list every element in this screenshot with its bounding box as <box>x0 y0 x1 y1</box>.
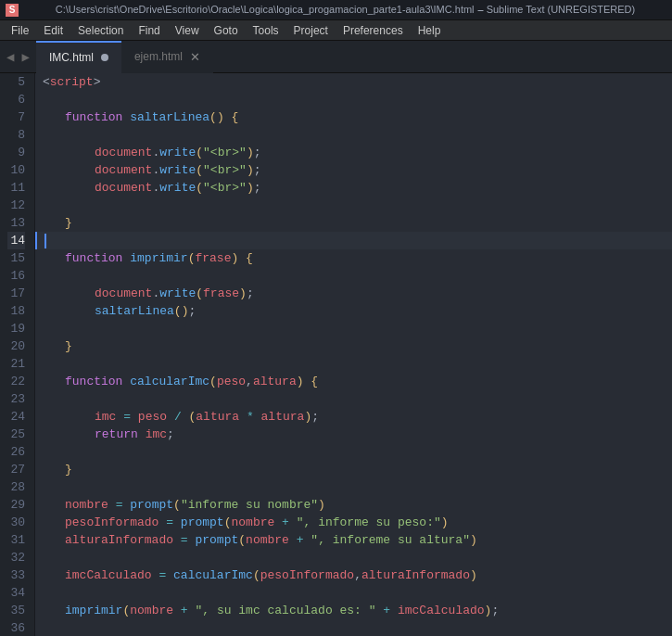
ln-21: 21 <box>7 355 25 373</box>
menu-find[interactable]: Find <box>131 22 167 39</box>
ln-24: 24 <box>7 408 25 426</box>
code-line-5: <script> <box>35 73 672 91</box>
ln-16: 16 <box>7 267 25 285</box>
menu-tools[interactable]: Tools <box>246 22 286 39</box>
app-icon: S <box>6 4 19 17</box>
code-line-8 <box>35 126 672 144</box>
ln-30: 30 <box>7 514 25 531</box>
editor: 5 6 7 8 9 10 11 12 13 14 15 16 17 18 19 … <box>0 73 672 636</box>
code-line-15: function imprimir(frase) { <box>35 249 672 267</box>
code-line-28 <box>35 478 672 496</box>
code-line-16 <box>35 267 672 285</box>
ln-15: 15 <box>7 249 25 267</box>
code-line-25: return imc; <box>35 426 672 443</box>
code-line-26 <box>35 443 672 461</box>
code-line-24: imc = peso / (altura * altura); <box>35 408 672 426</box>
code-line-29: nombre = prompt("informe su nombre") <box>35 496 672 514</box>
tab-imc-modified-dot <box>101 54 108 61</box>
code-line-32 <box>35 549 672 566</box>
menu-help[interactable]: Help <box>411 22 449 39</box>
menu-preferences[interactable]: Preferences <box>336 22 411 39</box>
ln-34: 34 <box>7 584 25 602</box>
code-line-21 <box>35 355 672 373</box>
ln-27: 27 <box>7 461 25 478</box>
code-line-14 <box>35 232 672 249</box>
code-line-31: alturaInformado = prompt(nombre + ", inf… <box>35 531 672 549</box>
ln-11: 11 <box>7 179 25 197</box>
nav-prev[interactable]: ◀ <box>4 47 17 67</box>
ln-26: 26 <box>7 443 25 461</box>
code-line-30: pesoInformado = prompt(nombre + ", infor… <box>35 514 672 531</box>
ln-5: 5 <box>7 73 25 91</box>
tab-ejem-label: ejem.html <box>134 50 183 63</box>
nav-next[interactable]: ▶ <box>19 47 32 67</box>
code-line-35: imprimir(nombre + ", su imc calculado es… <box>35 602 672 619</box>
ln-28: 28 <box>7 478 25 496</box>
code-area[interactable]: <script> function saltarLinea() { docume… <box>35 73 672 636</box>
code-line-18: saltarLinea(); <box>35 302 672 320</box>
tab-ejem-close[interactable]: ✕ <box>190 50 200 64</box>
menu-bar: File Edit Selection Find View Goto Tools… <box>0 20 672 41</box>
code-line-33: imcCalculado = calcularImc(pesoInformado… <box>35 566 672 584</box>
code-line-10: document.write("<br>"); <box>35 161 672 179</box>
ln-22: 22 <box>7 373 25 390</box>
menu-view[interactable]: View <box>168 22 207 39</box>
ln-14: 14 <box>7 232 25 249</box>
code-line-6 <box>35 91 672 108</box>
line-numbers: 5 6 7 8 9 10 11 12 13 14 15 16 17 18 19 … <box>0 73 35 636</box>
menu-edit[interactable]: Edit <box>36 22 70 39</box>
title-text: C:\Users\crist\OneDrive\Escritorio\Oracl… <box>24 4 666 16</box>
code-line-23 <box>35 390 672 408</box>
code-line-27: } <box>35 461 672 478</box>
ln-9: 9 <box>7 144 25 161</box>
ln-6: 6 <box>7 91 25 108</box>
ln-31: 31 <box>7 531 25 549</box>
title-bar: S C:\Users\crist\OneDrive\Escritorio\Ora… <box>0 0 672 20</box>
ln-32: 32 <box>7 549 25 566</box>
ln-12: 12 <box>7 197 25 214</box>
ln-29: 29 <box>7 496 25 514</box>
ln-13: 13 <box>7 214 25 232</box>
code-line-9: document.write("<br>"); <box>35 144 672 161</box>
tab-nav: ◀ ▶ <box>0 47 36 67</box>
code-line-11: document.write("<br>"); <box>35 179 672 197</box>
ln-33: 33 <box>7 566 25 584</box>
tab-imc-label: IMC.html <box>49 51 94 64</box>
menu-project[interactable]: Project <box>286 22 336 39</box>
ln-10: 10 <box>7 161 25 179</box>
ln-20: 20 <box>7 337 25 355</box>
ln-8: 8 <box>7 126 25 144</box>
tab-bar: ◀ ▶ IMC.html ejem.html ✕ <box>0 41 672 73</box>
code-line-12 <box>35 197 672 214</box>
menu-goto[interactable]: Goto <box>207 22 246 39</box>
code-line-20: } <box>35 337 672 355</box>
ln-18: 18 <box>7 302 25 320</box>
ln-23: 23 <box>7 390 25 408</box>
ln-7: 7 <box>7 108 25 126</box>
code-line-7: function saltarLinea() { <box>35 108 672 126</box>
code-line-34 <box>35 584 672 602</box>
menu-selection[interactable]: Selection <box>70 22 131 39</box>
tab-ejem-html[interactable]: ejem.html ✕ <box>121 41 213 73</box>
code-line-13: } <box>35 214 672 232</box>
code-line-19 <box>35 320 672 337</box>
cursor <box>44 234 46 248</box>
code-line-17: document.write(frase); <box>35 285 672 302</box>
ln-19: 19 <box>7 320 25 337</box>
ln-36: 36 <box>7 619 25 636</box>
ln-35: 35 <box>7 602 25 619</box>
ln-17: 17 <box>7 285 25 302</box>
code-line-36 <box>35 619 672 636</box>
tab-imc-html[interactable]: IMC.html <box>36 41 121 73</box>
menu-file[interactable]: File <box>4 22 36 39</box>
code-line-22: function calcularImc(peso,altura) { <box>35 373 672 390</box>
ln-25: 25 <box>7 426 25 443</box>
